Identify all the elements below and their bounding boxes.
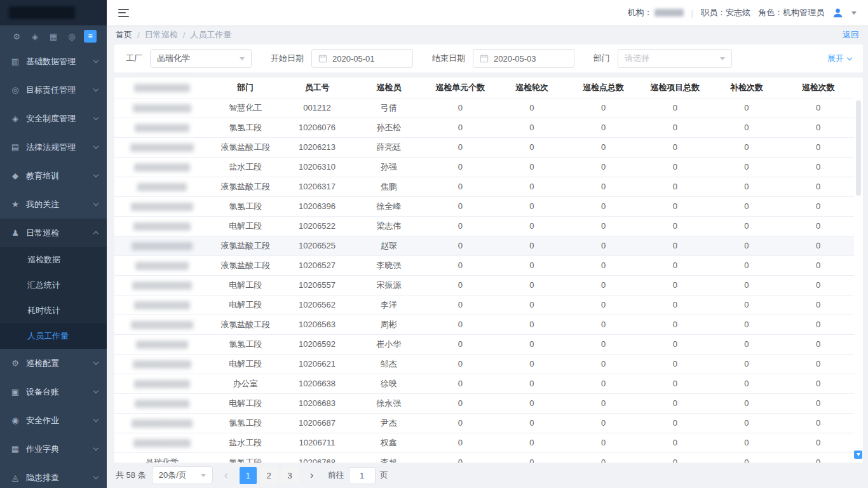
cell-dept: 智慧化工 — [210, 98, 281, 118]
cell-dept: 氯氢工段 — [210, 413, 281, 433]
cell-dept: 盐水工段 — [210, 157, 281, 177]
table-row[interactable]: 液氯盐酸工段10206317焦鹏000000 — [114, 177, 854, 196]
grid-icon[interactable]: ▦ — [47, 30, 60, 43]
cell-metric: 0 — [711, 137, 783, 157]
table-row[interactable]: 液氯盐酸工段10206213薛亮廷000000 — [114, 137, 854, 157]
table-row[interactable]: 氯氢工段10206592崔小华000000 — [114, 334, 854, 354]
table-row[interactable]: 电解工段10206621邹杰000000 — [114, 354, 854, 374]
sidebar-subitem-3[interactable]: 人员工作量 — [0, 323, 107, 349]
sidebar-item-6[interactable]: ♟日常巡检 — [0, 219, 107, 247]
sidebar-item-label: 安全作业 — [26, 415, 94, 426]
table-row[interactable]: 盐水工段10206711权鑫000000 — [114, 433, 854, 452]
table-row[interactable]: 电解工段10206557宋振源000000 — [114, 275, 854, 295]
table-row[interactable]: 电解工段10206522梁志伟000000 — [114, 216, 854, 236]
sidebar-item-label: 作业字典 — [26, 444, 94, 455]
sidebar-subitem-0[interactable]: 巡检数据 — [0, 247, 107, 273]
prev-page-button[interactable]: ‹ — [219, 466, 234, 484]
table-row[interactable]: 液氯盐酸工段10206525赵琛000000 — [114, 236, 854, 255]
goto-page-input[interactable] — [349, 467, 376, 484]
sidebar-item-11[interactable]: ◬隐患排查 — [0, 463, 107, 488]
breadcrumb-home[interactable]: 首页 — [116, 29, 132, 41]
table-row[interactable]: 盐水工段10206310孙强000000 — [114, 157, 854, 177]
cell-metric: 0 — [711, 196, 783, 216]
factory-select[interactable]: 晶瑞化学 — [150, 49, 252, 68]
cell-metric: 0 — [496, 295, 568, 315]
cell-metric: 0 — [496, 275, 568, 295]
table-row[interactable]: 办公室10206638徐映000000 — [114, 374, 854, 393]
cell-emp: 10206525 — [281, 236, 353, 255]
redacted-text — [132, 281, 192, 290]
target-icon[interactable]: ◎ — [65, 30, 78, 43]
scrollbar-thumb[interactable] — [856, 100, 861, 196]
divider: | — [691, 8, 693, 18]
sidebar-item-5[interactable]: ★我的关注 — [0, 190, 107, 219]
org-redacted — [654, 9, 684, 17]
redacted-text — [131, 321, 193, 329]
next-page-button[interactable]: › — [304, 466, 320, 484]
sidebar-subitem-2[interactable]: 耗时统计 — [0, 298, 107, 323]
sidebar-item-3[interactable]: ▤法律法规管理 — [0, 133, 107, 161]
table-row[interactable]: 电解工段10206562李洋000000 — [114, 295, 854, 315]
cell-metric: 0 — [711, 98, 783, 118]
table-row[interactable]: 电解工段10206683徐永强000000 — [114, 393, 854, 413]
sidebar-item-7[interactable]: ⚙巡检配置 — [0, 349, 107, 377]
table-row[interactable]: 液氯盐酸工段10206563周彬000000 — [114, 315, 854, 334]
cell-metric: 0 — [496, 433, 568, 452]
chevron-down-icon — [93, 86, 98, 92]
sidebar-item-10[interactable]: ▦作业字典 — [0, 435, 107, 463]
cell-factory — [114, 275, 210, 295]
menu-collapse-icon[interactable] — [118, 9, 129, 17]
table-row[interactable]: 智慧化工001212弓倩000000 — [114, 98, 854, 118]
chevron-down-icon — [93, 388, 98, 393]
cell-factory — [114, 196, 210, 216]
cell-name: 尹杰 — [353, 413, 424, 433]
col-header-5: 巡检点总数 — [567, 78, 639, 98]
expand-label: 展开 — [827, 53, 844, 64]
department-filter: 部门 请选择 — [593, 49, 732, 68]
cell-dept: 氯氢工段 — [210, 118, 281, 137]
page-size-select[interactable]: 20条/页 — [152, 466, 213, 484]
cell-metric: 0 — [639, 236, 711, 255]
department-select[interactable]: 请选择 — [618, 49, 732, 68]
page-button-3[interactable]: 3 — [281, 467, 299, 484]
gear-icon[interactable]: ⚙ — [10, 30, 23, 43]
page-button-2[interactable]: 2 — [261, 467, 278, 484]
user-avatar-icon[interactable] — [832, 7, 844, 19]
cell-emp: 10206310 — [281, 157, 353, 177]
nodes-icon[interactable]: ◈ — [29, 30, 41, 43]
sidebar-subitem-1[interactable]: 汇总统计 — [0, 273, 107, 298]
end-date-input[interactable]: 2020-05-03 — [473, 49, 574, 68]
chevron-down-icon — [93, 201, 98, 206]
active-module-icon[interactable]: ≡ — [84, 30, 97, 43]
dictionary-icon: ▦ — [10, 444, 20, 454]
cell-metric: 0 — [711, 295, 783, 315]
start-date-input[interactable]: 2020-05-01 — [311, 49, 413, 68]
scroll-down-button[interactable] — [854, 451, 862, 459]
breadcrumb-section[interactable]: 日常巡检 — [145, 29, 178, 41]
cell-metric: 0 — [567, 334, 639, 354]
cell-metric: 0 — [639, 315, 711, 334]
sidebar-item-1[interactable]: ◎目标责任管理 — [0, 76, 107, 104]
logo-area — [0, 0, 107, 25]
redacted-text — [133, 222, 191, 231]
col-header-factory — [114, 78, 210, 98]
table-row[interactable]: 氯氢工段10206396徐全峰000000 — [114, 196, 854, 216]
table-row[interactable]: 液氯盐酸工段10206527李晓强000000 — [114, 255, 854, 275]
sidebar-item-2[interactable]: ◈安全制度管理 — [0, 104, 107, 133]
sidebar-item-8[interactable]: ▣设备台账 — [0, 377, 107, 406]
cell-name: 周彬 — [353, 315, 424, 334]
workload-table-panel: 部门员工号巡检员巡检单元个数巡检轮次巡检点总数巡检项目总数补检次数巡检次数 智慧… — [114, 78, 863, 463]
expand-filters-link[interactable]: 展开 — [827, 53, 851, 64]
sidebar-item-0[interactable]: ▥基础数据管理 — [0, 47, 107, 76]
table-row[interactable]: 氯氢工段10206687尹杰000000 — [114, 413, 854, 433]
chevron-down-icon[interactable] — [851, 11, 857, 17]
table-row[interactable]: 晶瑞化学氯氢工段10206768李超000000 — [114, 452, 854, 463]
workload-table: 部门员工号巡检员巡检单元个数巡检轮次巡检点总数巡检项目总数补检次数巡检次数 智慧… — [114, 78, 854, 463]
back-link[interactable]: 返回 — [843, 29, 859, 41]
table-row[interactable]: 氯氢工段10206076孙丕松000000 — [114, 118, 854, 137]
org-label: 机构： — [628, 7, 653, 18]
page-button-1[interactable]: 1 — [240, 467, 257, 484]
sidebar-item-9[interactable]: ◉安全作业 — [0, 406, 107, 435]
sidebar-item-4[interactable]: ◆教育培训 — [0, 161, 107, 190]
cell-metric: 0 — [496, 354, 568, 374]
